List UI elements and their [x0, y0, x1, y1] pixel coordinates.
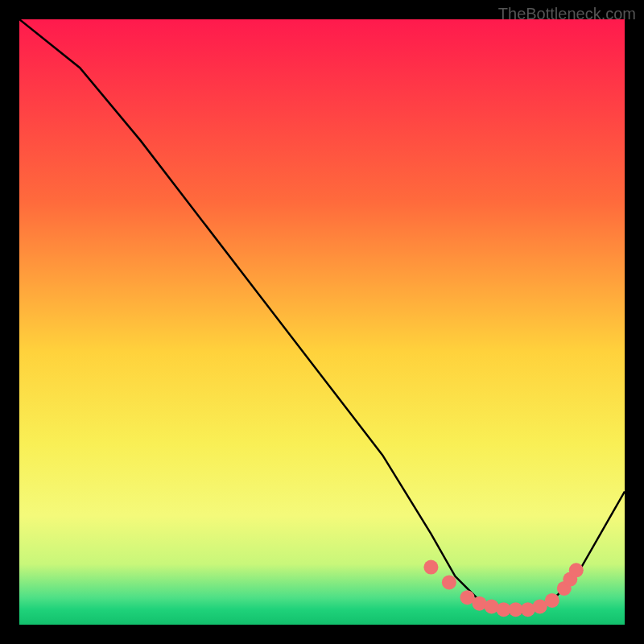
heatmap-background: [19, 19, 625, 625]
chart-frame: [19, 19, 625, 625]
data-point: [442, 575, 456, 589]
data-point: [423, 560, 438, 575]
data-point: [485, 599, 499, 613]
data-point: [473, 597, 487, 611]
data-point: [545, 593, 559, 608]
data-point: [521, 602, 535, 617]
chart-svg: [19, 19, 625, 625]
data-point: [569, 563, 584, 577]
watermark-text: TheBottleneck.com: [498, 5, 636, 23]
